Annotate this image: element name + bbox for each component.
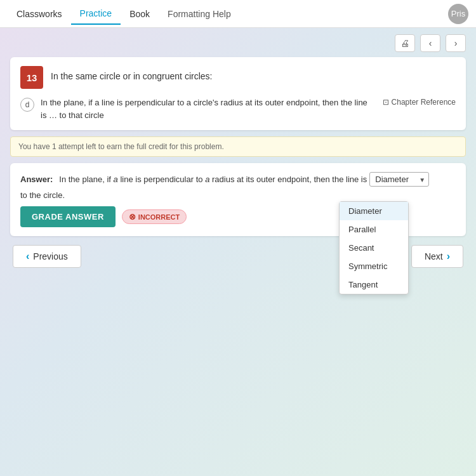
subpart-label: d xyxy=(20,98,34,112)
problem-header: 13 In the same circle or in congruent ci… xyxy=(20,66,456,89)
popup-item-secant[interactable]: Secant xyxy=(340,239,408,257)
nav-tab-formatting[interactable]: Formatting Help xyxy=(159,4,240,24)
chevron-left-icon: ‹ xyxy=(429,38,432,48)
nav-tab-book[interactable]: Book xyxy=(121,4,159,24)
problem-card: 13 In the same circle or in congruent ci… xyxy=(10,57,466,130)
previous-arrow-icon: ‹ xyxy=(26,251,29,262)
answer-suffix: to the circle. xyxy=(20,190,456,200)
next-arrow-icon: › xyxy=(447,251,450,262)
incorrect-label: INCORRECT xyxy=(138,213,180,221)
problem-number: 13 xyxy=(20,66,43,89)
previous-label: Previous xyxy=(33,251,67,261)
answer-label: Answer: xyxy=(20,175,53,184)
previous-button[interactable]: ‹ Previous xyxy=(13,245,81,268)
dropdown-popup: Diameter Parallel Secant Symmetric Tange… xyxy=(339,201,409,294)
answer-prefix: In the plane, if a line is perpendicular… xyxy=(59,175,367,184)
incorrect-badge: ⊗ INCORRECT xyxy=(122,209,187,224)
toolbar-row: 🖨 ‹ › xyxy=(10,34,466,52)
bookmark-icon: ⊡ xyxy=(383,98,389,107)
main-content: 🖨 ‹ › 13 In the same circle or in congru… xyxy=(0,28,476,476)
chevron-right-icon: › xyxy=(454,38,458,48)
problem-subpart: d In the plane, if a line is perpendicul… xyxy=(20,96,456,121)
chapter-reference-label: Chapter Reference xyxy=(392,98,456,107)
popup-item-parallel[interactable]: Parallel xyxy=(340,220,408,239)
answer-dropdown-wrapper[interactable]: Diameter Parallel Secant Symmetric Tange… xyxy=(369,172,429,187)
incorrect-icon: ⊗ xyxy=(129,212,136,221)
nav-tab-classworks[interactable]: Classworks xyxy=(8,4,71,24)
answer-section: Answer: In the plane, if a line is perpe… xyxy=(10,163,466,236)
nav-tab-practice[interactable]: Practice xyxy=(71,3,121,25)
print-button[interactable]: 🖨 xyxy=(395,34,415,52)
next-nav-button[interactable]: › xyxy=(446,34,466,52)
next-label: Next xyxy=(425,251,443,261)
chapter-reference-button[interactable]: ⊡ Chapter Reference xyxy=(383,98,456,107)
problem-title: In the same circle or in congruent circl… xyxy=(51,66,212,81)
popup-item-symmetric[interactable]: Symmetric xyxy=(340,257,408,275)
answer-dropdown[interactable]: Diameter Parallel Secant Symmetric Tange… xyxy=(369,172,429,187)
prev-nav-button[interactable]: ‹ xyxy=(420,34,440,52)
avatar-initial: Pris xyxy=(451,9,465,18)
avatar: Pris xyxy=(448,4,468,24)
attempt-warning: You have 1 attempt left to earn the full… xyxy=(10,136,466,157)
popup-item-tangent[interactable]: Tangent xyxy=(340,275,408,294)
nav-bar: Classworks Practice Book Formatting Help… xyxy=(0,0,476,28)
subpart-text: In the plane, if a line is perpendicular… xyxy=(41,96,375,121)
answer-row: Answer: In the plane, if a line is perpe… xyxy=(20,172,456,187)
popup-item-diameter[interactable]: Diameter xyxy=(340,202,408,220)
print-icon: 🖨 xyxy=(400,38,409,48)
next-button[interactable]: Next › xyxy=(411,245,463,268)
grade-answer-button[interactable]: GRADE ANSWER xyxy=(20,206,116,227)
